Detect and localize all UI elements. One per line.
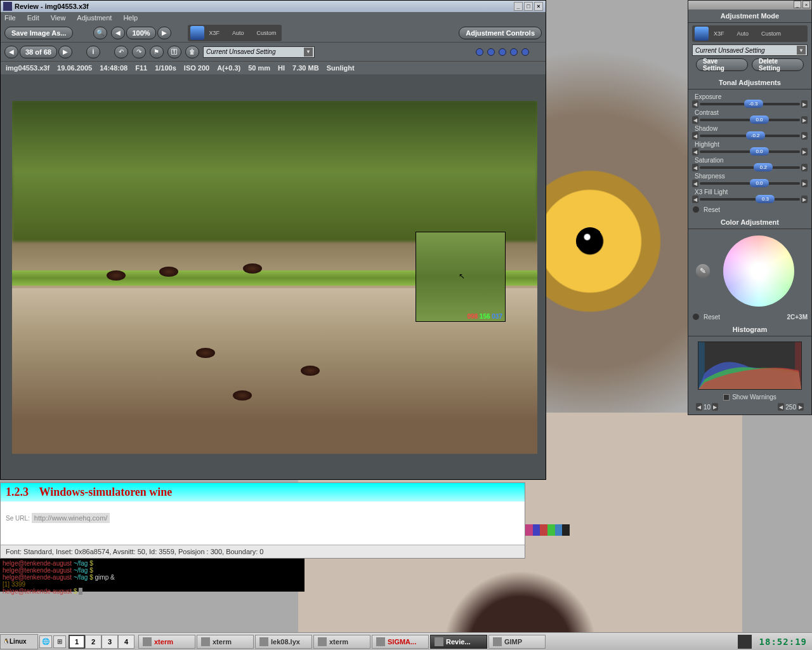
magnifier-loupe[interactable]: ↖ 098 156 037 [416, 232, 506, 322]
tonal-reset-button[interactable] [692, 206, 700, 213]
color-dot[interactable] [521, 48, 529, 56]
color-dot[interactable] [499, 48, 506, 56]
nav-next-button[interactable]: ▶ [58, 46, 72, 58]
hist-hi-dec[interactable]: ◀ [778, 403, 784, 411]
titlebar[interactable]: Review - img04553.x3f _ □ × [1, 1, 546, 12]
hist-lo-inc[interactable]: ▶ [712, 403, 718, 411]
close-button[interactable]: × [534, 2, 543, 11]
slider-dec[interactable]: ◀ [692, 164, 698, 171]
systray-icon[interactable] [738, 635, 752, 649]
delete-setting-button[interactable]: Delete Setting [752, 58, 804, 71]
menu-edit[interactable]: Edit [27, 14, 39, 22]
slider-inc[interactable]: ▶ [801, 116, 808, 124]
magnifier-icon[interactable]: 🔍 [93, 27, 107, 39]
desktop-3[interactable]: 3 [102, 635, 118, 649]
color-dot[interactable] [487, 48, 495, 56]
slider-thumb[interactable]: 0.2 [754, 163, 773, 171]
slider-saturation: Saturation ◀ 0.2 ▶ [692, 157, 808, 171]
color-reset-button[interactable] [692, 313, 700, 321]
panel-mode-selector[interactable]: X3F Auto Custom [692, 25, 808, 42]
taskbar-task[interactable]: xterm [197, 635, 254, 649]
panel-close-icon[interactable]: × [802, 1, 810, 8]
color-wheel[interactable] [723, 235, 794, 307]
nav-prev-button[interactable]: ◀ [4, 46, 18, 58]
slider-thumb[interactable]: -0.2 [746, 131, 765, 140]
panel-setting-dropdown[interactable]: Current Unsaved Setting [692, 44, 808, 56]
task-icon [435, 637, 443, 646]
slider-inc[interactable]: ▶ [801, 100, 808, 108]
slider-bar[interactable]: 0.0 [700, 182, 800, 185]
slider-dec[interactable]: ◀ [692, 148, 698, 156]
save-image-as-button[interactable]: Save Image As... [4, 27, 73, 39]
panel-titlebar[interactable]: _ × [688, 1, 811, 10]
x3f-mode-icon[interactable] [695, 27, 709, 41]
slider-inc[interactable]: ▶ [801, 180, 808, 187]
color-header: Color Adjustment [688, 216, 811, 229]
tray-icon[interactable]: ⊞ [53, 635, 66, 648]
tray-icon[interactable]: 🌐 [39, 635, 52, 648]
slider-bar[interactable]: 0.0 [700, 150, 800, 153]
slider-dec[interactable]: ◀ [692, 132, 698, 140]
slider-inc[interactable]: ▶ [801, 164, 808, 171]
slider-bar[interactable]: -0.3 [700, 103, 800, 105]
taskbar-task[interactable]: xterm [313, 635, 370, 649]
taskbar-task[interactable]: GIMP [488, 635, 546, 649]
lyx-editor-window[interactable]: 1.2.3 Windows-simulatoren wine Se URL: h… [0, 482, 525, 559]
slider-bar[interactable]: -0.2 [700, 135, 800, 137]
start-button[interactable]: 🐧Linux [0, 634, 38, 649]
slider-dec[interactable]: ◀ [692, 100, 698, 108]
info-button[interactable]: i [86, 46, 100, 58]
menu-file[interactable]: File [4, 14, 16, 22]
hist-hi-inc[interactable]: ▶ [797, 403, 804, 411]
slider-bar[interactable]: 0.0 [700, 119, 800, 121]
url-field[interactable]: http://www.winehq.com/ [32, 513, 110, 523]
maximize-button[interactable]: □ [524, 2, 533, 11]
delete-button[interactable]: 🗑 [185, 46, 199, 58]
image-viewport[interactable]: ↖ 098 156 037 [12, 101, 537, 454]
desktop-2[interactable]: 2 [85, 635, 102, 649]
taskbar-task[interactable]: xterm [138, 635, 195, 649]
slider-thumb[interactable]: -0.3 [744, 100, 763, 108]
menu-help[interactable]: Help [123, 14, 138, 22]
xterm-terminal[interactable]: helge@tenkende-august ~/fag $ helge@tenk… [0, 559, 304, 592]
x3f-mode-icon[interactable] [190, 26, 204, 40]
slider-inc[interactable]: ▶ [801, 148, 808, 156]
slider-thumb[interactable]: 0.0 [750, 147, 769, 156]
save-setting-button[interactable]: Save Setting [696, 58, 748, 71]
menu-adjustment[interactable]: Adjustment [77, 14, 112, 22]
desktop-1[interactable]: 1 [69, 635, 85, 649]
slider-dec[interactable]: ◀ [692, 116, 698, 124]
color-dot[interactable] [510, 48, 518, 56]
flag-button[interactable]: ⚑ [150, 46, 164, 58]
setting-dropdown[interactable]: Current Unsaved Setting [203, 46, 315, 58]
lock-button[interactable]: ⚿ [167, 46, 181, 58]
slider-thumb[interactable]: 0.0 [750, 179, 769, 187]
zoom-out-button[interactable]: ◀ [111, 27, 125, 39]
slider-inc[interactable]: ▶ [801, 132, 808, 140]
zoom-in-button[interactable]: ▶ [157, 27, 171, 39]
desktop-4[interactable]: 4 [118, 635, 134, 649]
eyedropper-button[interactable]: ✎ [696, 264, 710, 278]
rotate-cw-button[interactable]: ↷ [132, 46, 146, 58]
slider-thumb[interactable]: 0.3 [756, 195, 775, 203]
adjustment-mode-selector[interactable]: X3F Auto Custom [188, 25, 282, 41]
slider-dec[interactable]: ◀ [692, 180, 698, 187]
adjustment-controls-button[interactable]: Adjustment Controls [459, 27, 542, 39]
taskbar-task[interactable]: lek08.lyx [255, 635, 312, 649]
slider-bar[interactable]: 0.3 [700, 198, 800, 201]
slider-bar[interactable]: 0.2 [700, 166, 800, 169]
rotate-ccw-button[interactable]: ↶ [114, 46, 128, 58]
nav-position: 38 of 68 [20, 46, 57, 58]
taskbar-task[interactable]: SIGMA... [372, 635, 429, 649]
menu-view[interactable]: View [51, 14, 66, 22]
taskbar-task[interactable]: Revie... [430, 635, 487, 649]
panel-minimize-icon[interactable]: _ [794, 1, 801, 8]
slider-thumb[interactable]: 0.0 [750, 116, 769, 124]
color-dot[interactable] [476, 48, 483, 56]
minimize-button[interactable]: _ [514, 2, 523, 11]
hist-lo-dec[interactable]: ◀ [696, 403, 702, 411]
slider-inc[interactable]: ▶ [801, 196, 808, 203]
slider-dec[interactable]: ◀ [692, 196, 698, 203]
show-warnings-checkbox[interactable] [723, 394, 730, 401]
slider-x3-fill-light: X3 Fill Light ◀ 0.3 ▶ [692, 189, 808, 203]
